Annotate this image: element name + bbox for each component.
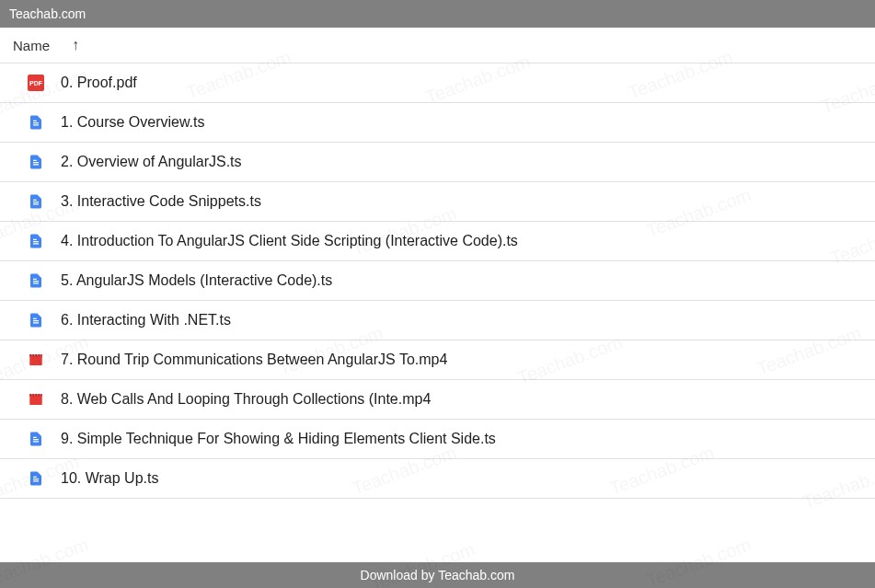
svg-rect-9 (35, 394, 37, 396)
top-bar-title: Teachab.com (9, 6, 86, 21)
file-row[interactable]: 5. AngularJS Models (Interactive Code).t… (0, 261, 875, 301)
file-name: 10. Wrap Up.ts (61, 470, 158, 487)
svg-rect-4 (38, 354, 40, 356)
file-name: 1. Course Overview.ts (61, 114, 205, 131)
video-icon (28, 352, 44, 368)
svg-rect-1 (29, 354, 31, 356)
document-icon (28, 233, 44, 249)
file-name: 8. Web Calls And Looping Through Collect… (61, 391, 431, 408)
sort-ascending-icon[interactable]: ↑ (72, 37, 79, 53)
top-bar: Teachab.com (0, 0, 875, 28)
column-header-row: Name ↑ (0, 28, 875, 63)
video-icon (28, 391, 44, 408)
file-name: 6. Interacting With .NET.ts (61, 312, 231, 329)
svg-rect-10 (38, 394, 40, 396)
file-row[interactable]: 2. Overview of AngularJS.ts (0, 143, 875, 182)
file-name: 3. Interactive Code Snippets.ts (61, 193, 261, 210)
svg-rect-0 (29, 356, 42, 366)
file-list: PDF0. Proof.pdf1. Course Overview.ts2. O… (0, 63, 875, 499)
file-row[interactable]: 9. Simple Technique For Showing & Hiding… (0, 420, 875, 459)
file-name: 4. Introduction To AngularJS Client Side… (61, 233, 518, 249)
file-name: 5. AngularJS Models (Interactive Code).t… (61, 272, 332, 289)
document-icon (28, 431, 44, 447)
file-row[interactable]: 6. Interacting With .NET.ts (0, 301, 875, 340)
file-row[interactable]: 3. Interactive Code Snippets.ts (0, 182, 875, 222)
file-row[interactable]: 1. Course Overview.ts (0, 103, 875, 143)
document-icon (28, 114, 44, 131)
file-name: 9. Simple Technique For Showing & Hiding… (61, 431, 496, 447)
file-row[interactable]: 7. Round Trip Communications Between Ang… (0, 340, 875, 380)
svg-rect-11 (40, 394, 42, 396)
bottom-bar: Download by Teachab.com (0, 562, 875, 588)
document-icon (28, 193, 44, 210)
svg-rect-2 (32, 354, 34, 356)
file-row[interactable]: PDF0. Proof.pdf (0, 63, 875, 103)
svg-rect-5 (40, 354, 42, 356)
document-icon (28, 272, 44, 289)
file-name: 2. Overview of AngularJS.ts (61, 154, 242, 170)
file-row[interactable]: 10. Wrap Up.ts (0, 459, 875, 499)
file-name: 0. Proof.pdf (61, 75, 137, 91)
svg-rect-6 (29, 396, 42, 406)
file-row[interactable]: 8. Web Calls And Looping Through Collect… (0, 380, 875, 420)
bottom-bar-text: Download by Teachab.com (361, 568, 515, 582)
svg-rect-7 (29, 394, 31, 396)
file-row[interactable]: 4. Introduction To AngularJS Client Side… (0, 222, 875, 261)
document-icon (28, 154, 44, 170)
document-icon (28, 470, 44, 487)
svg-rect-8 (32, 394, 34, 396)
file-name: 7. Round Trip Communications Between Ang… (61, 352, 447, 368)
pdf-icon: PDF (28, 75, 44, 91)
document-icon (28, 312, 44, 329)
svg-rect-3 (35, 354, 37, 356)
name-column-header[interactable]: Name (13, 38, 50, 53)
